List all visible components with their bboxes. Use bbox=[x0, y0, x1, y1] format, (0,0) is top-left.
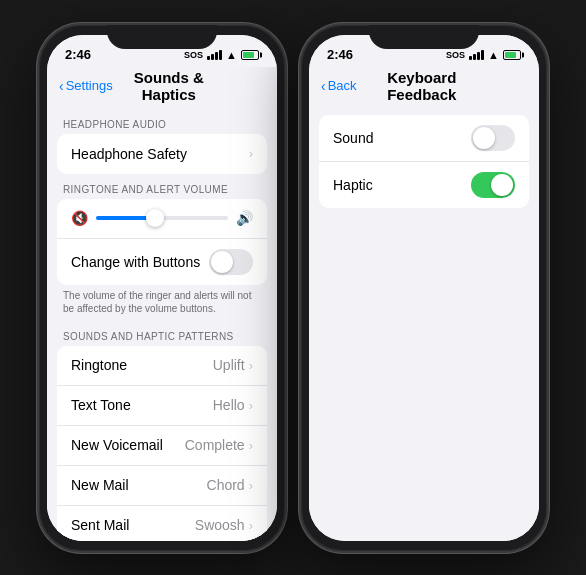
back-chevron-left: ‹ bbox=[59, 78, 64, 94]
nav-title-right: Keyboard Feedback bbox=[357, 69, 487, 103]
phone-sounds-haptics: 2:46 SOS ▲ ‹ bbox=[37, 23, 287, 553]
list-group-keyboard-feedback: Sound Haptic bbox=[319, 115, 529, 208]
new-voicemail-label: New Voicemail bbox=[71, 437, 163, 453]
haptic-label: Haptic bbox=[333, 177, 373, 193]
screen-left: 2:46 SOS ▲ ‹ bbox=[47, 35, 277, 541]
volume-low-icon: 🔇 bbox=[71, 210, 88, 226]
section-header-headphone: HEADPHONE AUDIO bbox=[47, 109, 277, 134]
new-mail-label: New Mail bbox=[71, 477, 129, 493]
headphone-safety-label: Headphone Safety bbox=[71, 146, 187, 162]
haptic-toggle[interactable] bbox=[471, 172, 515, 198]
text-tone-label: Text Tone bbox=[71, 397, 131, 413]
sos-label-right: SOS bbox=[446, 50, 465, 60]
nav-bar-right: ‹ Back Keyboard Feedback bbox=[309, 67, 539, 109]
headphone-safety-value: › bbox=[249, 146, 253, 161]
text-tone-value: Hello › bbox=[213, 397, 253, 413]
ringtone-label: Ringtone bbox=[71, 357, 127, 373]
status-icons-right: SOS ▲ bbox=[446, 49, 521, 61]
list-item-change-buttons[interactable]: Change with Buttons bbox=[57, 239, 267, 285]
list-item-text-tone[interactable]: Text Tone Hello › bbox=[57, 386, 267, 426]
wifi-icon-right: ▲ bbox=[488, 49, 499, 61]
status-icons-left: SOS ▲ bbox=[184, 49, 259, 61]
content-right: Sound Haptic bbox=[309, 109, 539, 541]
volume-slider-track[interactable] bbox=[96, 216, 228, 220]
new-mail-value: Chord › bbox=[207, 477, 253, 493]
nav-bar-left: ‹ Settings Sounds & Haptics bbox=[47, 67, 277, 109]
list-item-sound[interactable]: Sound bbox=[319, 115, 529, 162]
volume-note: The volume of the ringer and alerts will… bbox=[47, 285, 277, 321]
section-header-volume: RINGTONE AND ALERT VOLUME bbox=[47, 174, 277, 199]
notch bbox=[107, 25, 217, 49]
time-left: 2:46 bbox=[65, 47, 91, 62]
list-item-headphone-safety[interactable]: Headphone Safety › bbox=[57, 134, 267, 174]
list-item-ringtone[interactable]: Ringtone Uplift › bbox=[57, 346, 267, 386]
list-group-headphone: Headphone Safety › bbox=[57, 134, 267, 174]
change-buttons-label: Change with Buttons bbox=[71, 254, 200, 270]
list-item-new-voicemail[interactable]: New Voicemail Complete › bbox=[57, 426, 267, 466]
list-item-new-mail[interactable]: New Mail Chord › bbox=[57, 466, 267, 506]
back-button-left[interactable]: ‹ Settings bbox=[59, 78, 113, 94]
list-item-haptic[interactable]: Haptic bbox=[319, 162, 529, 208]
sound-label: Sound bbox=[333, 130, 373, 146]
battery-icon-left bbox=[241, 50, 259, 60]
list-item-sent-mail[interactable]: Sent Mail Swoosh › bbox=[57, 506, 267, 541]
sent-mail-label: Sent Mail bbox=[71, 517, 129, 533]
battery-icon-right bbox=[503, 50, 521, 60]
back-label-left: Settings bbox=[66, 78, 113, 93]
back-label-right: Back bbox=[328, 78, 357, 93]
ringtone-value: Uplift › bbox=[213, 357, 253, 373]
new-voicemail-value: Complete › bbox=[185, 437, 253, 453]
volume-slider-thumb[interactable] bbox=[146, 209, 164, 227]
sent-mail-value: Swoosh › bbox=[195, 517, 253, 533]
phones-container: 2:46 SOS ▲ ‹ bbox=[27, 13, 559, 563]
nav-title-left: Sounds & Haptics bbox=[113, 69, 225, 103]
sound-toggle[interactable] bbox=[471, 125, 515, 151]
screen-right: 2:46 SOS ▲ ‹ bbox=[309, 35, 539, 541]
list-group-patterns: Ringtone Uplift › Text Tone Hello › New … bbox=[57, 346, 267, 541]
phone-keyboard-feedback: 2:46 SOS ▲ ‹ bbox=[299, 23, 549, 553]
list-group-volume: 🔇 🔊 Change with Buttons bbox=[57, 199, 267, 285]
signal-icon-right bbox=[469, 50, 484, 60]
volume-high-icon: 🔊 bbox=[236, 210, 253, 226]
time-right: 2:46 bbox=[327, 47, 353, 62]
section-header-patterns: SOUNDS AND HAPTIC PATTERNS bbox=[47, 321, 277, 346]
sos-label-left: SOS bbox=[184, 50, 203, 60]
content-left: HEADPHONE AUDIO Headphone Safety › RINGT… bbox=[47, 109, 277, 541]
wifi-icon-left: ▲ bbox=[226, 49, 237, 61]
back-button-right[interactable]: ‹ Back bbox=[321, 78, 357, 94]
back-chevron-right: ‹ bbox=[321, 78, 326, 94]
change-buttons-toggle[interactable] bbox=[209, 249, 253, 275]
notch-right bbox=[369, 25, 479, 49]
list-item-slider[interactable]: 🔇 🔊 bbox=[57, 199, 267, 239]
signal-icon-left bbox=[207, 50, 222, 60]
